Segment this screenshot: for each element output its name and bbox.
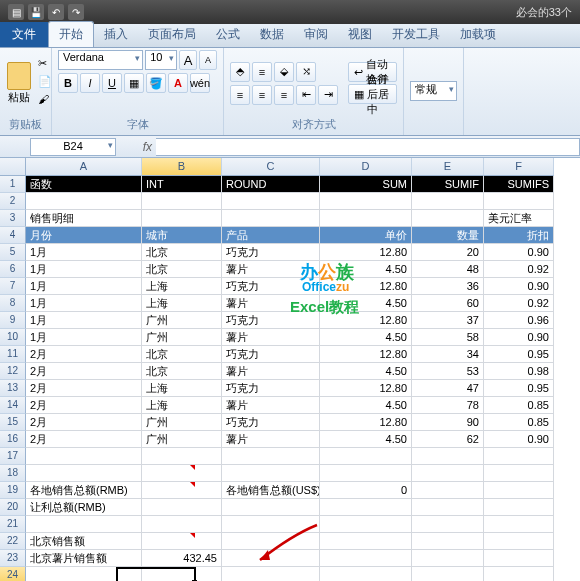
cell[interactable]: 4.50 [320, 329, 412, 346]
cell[interactable]: 薯片 [222, 397, 320, 414]
cell[interactable]: 广州 [142, 414, 222, 431]
cell[interactable] [222, 465, 320, 482]
cell[interactable]: 2月 [26, 346, 142, 363]
cell[interactable]: 12.80 [320, 380, 412, 397]
cell[interactable] [142, 499, 222, 516]
cell[interactable]: 巧克力 [222, 278, 320, 295]
cell[interactable]: 北京 [142, 346, 222, 363]
cell[interactable]: 90 [412, 414, 484, 431]
cell[interactable] [484, 499, 554, 516]
col-header-f[interactable]: F [484, 158, 554, 176]
cell[interactable] [320, 516, 412, 533]
cell[interactable]: 0.92 [484, 261, 554, 278]
cell[interactable]: 0.95 [484, 346, 554, 363]
row-header[interactable]: 24 [0, 567, 26, 581]
cell[interactable]: 2月 [26, 380, 142, 397]
align-bottom-button[interactable]: ⬙ [274, 62, 294, 82]
cell[interactable] [484, 567, 554, 581]
cell[interactable] [222, 499, 320, 516]
save-icon[interactable]: 💾 [28, 4, 44, 20]
cell[interactable] [412, 533, 484, 550]
italic-button[interactable]: I [80, 73, 100, 93]
cell[interactable]: 薯片 [222, 261, 320, 278]
cell[interactable]: 上海 [142, 295, 222, 312]
fx-icon[interactable]: fx [143, 140, 152, 154]
cell[interactable]: 1月 [26, 244, 142, 261]
cell[interactable] [484, 465, 554, 482]
row-header[interactable]: 16 [0, 431, 26, 448]
col-header-d[interactable]: D [320, 158, 412, 176]
align-left-button[interactable]: ≡ [230, 85, 250, 105]
cell[interactable]: 广州 [142, 312, 222, 329]
cell[interactable]: 巧克力 [222, 346, 320, 363]
cell[interactable]: 12.80 [320, 346, 412, 363]
merge-center-button[interactable]: ▦合并后居中 [348, 84, 397, 104]
select-all-corner[interactable] [0, 158, 26, 176]
cell[interactable] [142, 465, 222, 482]
cell[interactable]: 0.90 [484, 431, 554, 448]
cell[interactable]: 4.50 [320, 431, 412, 448]
cell[interactable] [412, 550, 484, 567]
cell[interactable]: 上海 [142, 397, 222, 414]
cell[interactable]: 0.90 [484, 244, 554, 261]
tab-developer[interactable]: 开发工具 [382, 22, 450, 47]
cell[interactable]: 广州 [142, 431, 222, 448]
cell[interactable]: 36 [412, 278, 484, 295]
cell[interactable] [484, 482, 554, 499]
cell[interactable]: 58 [412, 329, 484, 346]
cell[interactable]: 0.92 [484, 295, 554, 312]
cell[interactable]: 2月 [26, 414, 142, 431]
cell[interactable]: 0 [320, 482, 412, 499]
cell[interactable]: 0.85 [484, 414, 554, 431]
row-header[interactable]: 1 [0, 176, 26, 193]
cell[interactable] [26, 516, 142, 533]
bold-button[interactable]: B [58, 73, 78, 93]
row-header[interactable]: 17 [0, 448, 26, 465]
row-header[interactable]: 10 [0, 329, 26, 346]
border-button[interactable]: ▦ [124, 73, 144, 93]
phonetic-button[interactable]: wén [190, 73, 210, 93]
tab-file[interactable]: 文件 [0, 22, 48, 47]
cell[interactable] [320, 499, 412, 516]
cell[interactable] [320, 448, 412, 465]
cell[interactable] [222, 516, 320, 533]
cell[interactable] [142, 482, 222, 499]
orientation-button[interactable]: ⤭ [296, 62, 316, 82]
cell[interactable]: 0.96 [484, 312, 554, 329]
redo-icon[interactable]: ↷ [68, 4, 84, 20]
cell[interactable] [412, 499, 484, 516]
fill-color-button[interactable]: 🪣 [146, 73, 166, 93]
tab-insert[interactable]: 插入 [94, 22, 138, 47]
cell[interactable] [320, 465, 412, 482]
cell[interactable] [222, 567, 320, 581]
cell[interactable]: 53 [412, 363, 484, 380]
paste-button[interactable]: 粘贴 [6, 55, 32, 111]
row-header[interactable]: 13 [0, 380, 26, 397]
cell[interactable]: 12.80 [320, 278, 412, 295]
col-header-c[interactable]: C [222, 158, 320, 176]
cell[interactable]: 2月 [26, 363, 142, 380]
cell[interactable]: 37 [412, 312, 484, 329]
undo-icon[interactable]: ↶ [48, 4, 64, 20]
cell[interactable]: 1月 [26, 261, 142, 278]
cell[interactable] [484, 533, 554, 550]
formula-bar[interactable] [156, 138, 580, 156]
row-header[interactable]: 7 [0, 278, 26, 295]
col-header-e[interactable]: E [412, 158, 484, 176]
cell[interactable]: 0.85 [484, 397, 554, 414]
row-header[interactable]: 3 [0, 210, 26, 227]
tab-review[interactable]: 审阅 [294, 22, 338, 47]
cell[interactable] [26, 567, 142, 581]
cell[interactable]: 12.80 [320, 244, 412, 261]
tab-view[interactable]: 视图 [338, 22, 382, 47]
cell[interactable]: 60 [412, 295, 484, 312]
row-header[interactable]: 21 [0, 516, 26, 533]
row-header[interactable]: 4 [0, 227, 26, 244]
tab-addins[interactable]: 加载项 [450, 22, 506, 47]
cell[interactable]: 1月 [26, 312, 142, 329]
cell[interactable]: 薯片 [222, 431, 320, 448]
cell[interactable] [222, 533, 320, 550]
tab-data[interactable]: 数据 [250, 22, 294, 47]
cell[interactable] [142, 516, 222, 533]
cell[interactable]: 1月 [26, 295, 142, 312]
